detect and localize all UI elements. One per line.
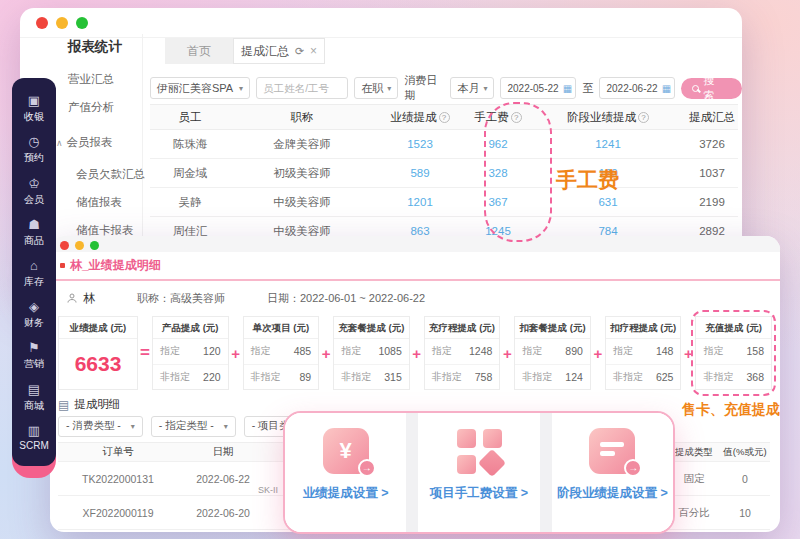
person-icon bbox=[66, 292, 78, 304]
employee-info-row: 林 职称：高级美容师 日期：2022-06-01 ~ 2022-06-22 bbox=[66, 288, 425, 308]
card-divider bbox=[406, 413, 418, 532]
sidebar-item-inventory[interactable]: ⌂库存 bbox=[24, 258, 44, 289]
date-filter-label: 消费日期 bbox=[404, 73, 444, 103]
sidebar-item-marketing[interactable]: ⚑营销 bbox=[24, 340, 44, 371]
commission-summary-table: 员工 职称 业绩提成? 手工费? 阶段业绩提成? 提成汇总 陈珠海 金牌美容师 … bbox=[150, 104, 738, 246]
cell-handwork[interactable]: 367 bbox=[466, 196, 530, 208]
help-icon[interactable]: ? bbox=[439, 112, 450, 123]
cell-stage[interactable]: 631 bbox=[530, 196, 686, 208]
sidebar-item-scrm[interactable]: ▥SCRM bbox=[19, 423, 48, 451]
cell-value: 10 bbox=[720, 507, 770, 519]
table-row: 陈珠海 金牌美容师 1523 962 1241 3726 bbox=[150, 130, 738, 159]
search-icon bbox=[692, 85, 699, 92]
commission-settings-icon: ¥ → bbox=[323, 428, 369, 474]
traffic-light-close-icon[interactable] bbox=[36, 17, 48, 29]
settings-overlay-card: ¥ → 业绩提成设置 > 项目手工费设置 > → 阶段业绩提成设置 > bbox=[283, 411, 675, 534]
col-order-no: 订单号 bbox=[58, 445, 178, 459]
traffic-light-minimize-icon[interactable] bbox=[56, 17, 68, 29]
detail-section-header: ▤ 提成明细 bbox=[58, 397, 120, 412]
cell-title: 中级美容师 bbox=[230, 195, 374, 210]
sidebar-item-booking[interactable]: ◷预约 bbox=[24, 134, 44, 165]
help-icon[interactable]: ? bbox=[511, 112, 522, 123]
sidebar-item-cashier[interactable]: ▣收银 bbox=[24, 93, 44, 124]
app-sidebar: ▣收银 ◷预约 ♔会员 ☗商品 ⌂库存 ◈财务 ⚑营销 ▤商城 ▥SCRM bbox=[12, 78, 56, 466]
sidebar-item-member-reports[interactable]: ∧会员报表 bbox=[56, 135, 113, 150]
tab-commission-summary[interactable]: 提成汇总 ⟳ × bbox=[233, 38, 325, 64]
chevron-down-icon: ▾ bbox=[224, 422, 228, 431]
sidebar-item-mall[interactable]: ▤商城 bbox=[24, 382, 44, 413]
help-icon[interactable]: ? bbox=[638, 112, 649, 123]
performance-commission-settings[interactable]: ¥ → 业绩提成设置 > bbox=[285, 413, 406, 532]
formula-box-package-topup: 充套餐提成 (元) 指定1085 非指定315 bbox=[333, 316, 410, 390]
equals-sign: = bbox=[138, 316, 152, 390]
total-value: 6633 bbox=[59, 339, 137, 389]
traffic-light-minimize-icon[interactable] bbox=[75, 241, 84, 250]
designated-type-select[interactable]: - 指定类型 -▾ bbox=[151, 416, 236, 437]
date-from-input[interactable]: 2022-05-22▦ bbox=[500, 77, 576, 99]
sidebar-item-product[interactable]: ☗商品 bbox=[24, 217, 44, 248]
detail-tab-bar: 林_业绩提成明细 bbox=[50, 252, 780, 281]
traffic-light-close-icon[interactable] bbox=[60, 241, 69, 250]
table-header-row: 员工 职称 业绩提成? 手工费? 阶段业绩提成? 提成汇总 bbox=[150, 104, 738, 130]
staff-search-input[interactable] bbox=[256, 77, 348, 99]
cell-date: 2022-06-22 bbox=[178, 473, 268, 485]
cell-employee: 周金域 bbox=[150, 166, 230, 181]
sidebar-item-member[interactable]: ♔会员 bbox=[24, 176, 44, 207]
sidebar-item-member-arrears[interactable]: 会员欠款汇总 bbox=[76, 167, 145, 182]
consume-type-select[interactable]: - 消费类型 -▾ bbox=[58, 416, 143, 437]
sidebar-item-business-summary[interactable]: 营业汇总 bbox=[68, 72, 114, 87]
search-button[interactable]: 搜 索 bbox=[681, 78, 742, 99]
list-icon: ▤ bbox=[58, 398, 69, 412]
cell-stage[interactable]: 1241 bbox=[530, 138, 686, 150]
close-icon[interactable]: × bbox=[310, 44, 317, 58]
window2-titlebar bbox=[50, 236, 780, 252]
refresh-icon[interactable]: ⟳ bbox=[295, 45, 304, 58]
employee-name: 林 bbox=[83, 290, 95, 307]
cell-order-no: XF2022000119 bbox=[58, 507, 178, 519]
cell-performance[interactable]: 589 bbox=[374, 167, 466, 179]
booking-icon: ◷ bbox=[28, 134, 39, 149]
stage-commission-settings[interactable]: → 阶段业绩提成设置 > bbox=[552, 413, 673, 532]
store-select[interactable]: 伊丽汇美容SPA▾ bbox=[150, 77, 250, 99]
formula-box-package-deduct: 扣套餐提成 (元) 指定890 非指定124 bbox=[514, 316, 591, 390]
plus-sign: + bbox=[229, 316, 243, 390]
date-to-input[interactable]: 2022-06-22▦ bbox=[599, 77, 675, 99]
col-employee: 员工 bbox=[150, 110, 230, 125]
col-job-title: 职称 bbox=[230, 110, 374, 125]
col-date: 日期 bbox=[178, 445, 268, 459]
cell-commission-type: 百分比 bbox=[668, 506, 720, 520]
total-label: 业绩提成 (元) bbox=[59, 317, 137, 339]
sidebar-item-finance[interactable]: ◈财务 bbox=[24, 299, 44, 330]
sidebar-item-output-analysis[interactable]: 产值分析 bbox=[68, 100, 114, 115]
cell-handwork[interactable]: 962 bbox=[466, 138, 530, 150]
cell-performance[interactable]: 1523 bbox=[374, 138, 466, 150]
cell-stage[interactable]: 120 bbox=[530, 167, 686, 179]
plus-sign: + bbox=[500, 316, 514, 390]
tab-home[interactable]: 首页 bbox=[165, 38, 233, 64]
report-date-range: 日期：2022-06-01 ~ 2022-06-22 bbox=[267, 291, 425, 306]
staff-input[interactable] bbox=[263, 82, 341, 94]
traffic-light-maximize-icon[interactable] bbox=[90, 241, 99, 250]
table-row: 吴静 中级美容师 1201 367 631 2199 bbox=[150, 188, 738, 217]
status-select[interactable]: 在职▾ bbox=[354, 77, 398, 99]
col-performance-commission: 业绩提成? bbox=[374, 110, 466, 125]
stage-commission-settings-icon: → bbox=[589, 428, 635, 474]
sidebar-item-stored-value[interactable]: 储值报表 bbox=[76, 195, 122, 210]
unsaved-dot-icon bbox=[60, 263, 65, 268]
finance-icon: ◈ bbox=[29, 299, 39, 314]
total-commission-box: 业绩提成 (元) 6633 bbox=[58, 316, 138, 390]
desktop: { "colors": { "accent_pink": "#f2558c", … bbox=[0, 0, 800, 539]
chevron-down-icon: ▾ bbox=[239, 84, 243, 93]
period-select[interactable]: 本月▾ bbox=[450, 77, 494, 99]
date-range-separator: 至 bbox=[582, 81, 593, 96]
window1-titlebar bbox=[20, 8, 742, 38]
item-handwork-fee-settings[interactable]: 项目手工费设置 > bbox=[418, 413, 539, 532]
commission-formula: 业绩提成 (元) 6633 = 产品提成 (元) 指定120 非指定220 + … bbox=[58, 316, 772, 390]
tab-commission-detail[interactable]: 林_业绩提成明细 bbox=[70, 257, 161, 274]
cell-performance[interactable]: 1201 bbox=[374, 196, 466, 208]
col-handwork-fee: 手工费? bbox=[466, 110, 530, 125]
calendar-icon: ▦ bbox=[563, 83, 572, 94]
formula-box-recharge: 充值提成 (元) 指定158 非指定368 bbox=[695, 316, 772, 390]
cell-handwork[interactable]: 328 bbox=[466, 167, 530, 179]
traffic-light-maximize-icon[interactable] bbox=[76, 17, 88, 29]
